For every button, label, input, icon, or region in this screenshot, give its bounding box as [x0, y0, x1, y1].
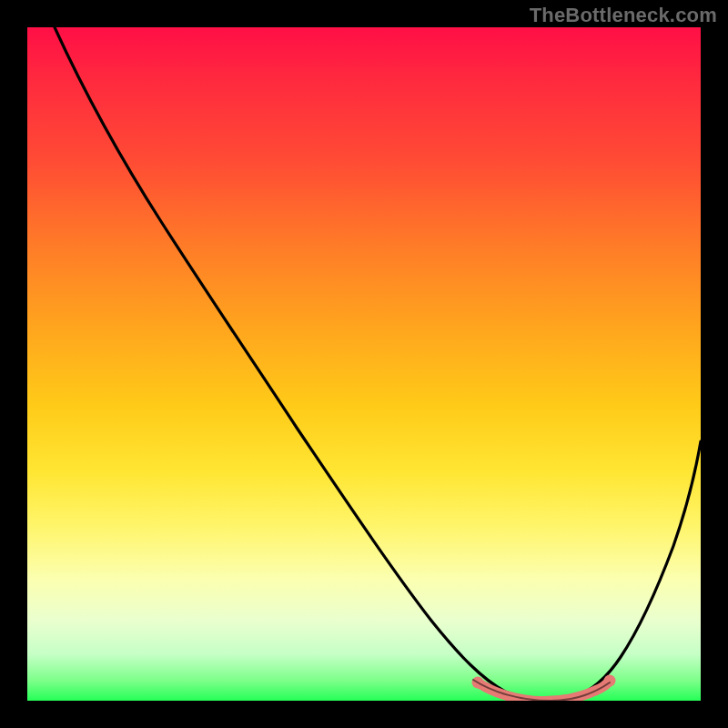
svg-point-4	[546, 697, 554, 702]
svg-point-0	[472, 677, 484, 689]
svg-point-3	[522, 696, 531, 702]
bottleneck-curve	[27, 27, 701, 701]
chart-frame: TheBottleneck.com	[0, 0, 728, 728]
highlight-band	[472, 675, 616, 702]
svg-point-1	[604, 675, 616, 687]
svg-point-2	[499, 691, 507, 699]
svg-point-5	[570, 694, 578, 702]
plot-area	[27, 27, 701, 701]
curve-path	[55, 27, 701, 700]
watermark-text: TheBottleneck.com	[530, 4, 717, 27]
svg-point-6	[590, 688, 598, 696]
curve-over-highlight	[473, 680, 610, 701]
